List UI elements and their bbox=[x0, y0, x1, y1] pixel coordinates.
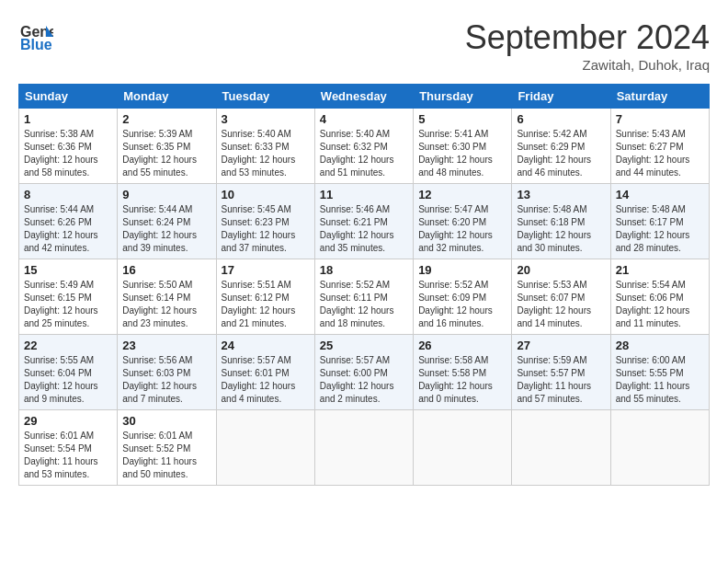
table-row: 26 Sunrise: 5:58 AMSunset: 5:58 PMDaylig… bbox=[414, 335, 512, 410]
table-row: 29 Sunrise: 6:01 AMSunset: 5:54 PMDaylig… bbox=[19, 410, 118, 486]
table-row: 4 Sunrise: 5:40 AMSunset: 6:32 PMDayligh… bbox=[314, 109, 413, 184]
table-row: 3 Sunrise: 5:40 AMSunset: 6:33 PMDayligh… bbox=[216, 109, 314, 184]
day-detail: Sunrise: 5:46 AMSunset: 6:21 PMDaylight:… bbox=[320, 204, 394, 253]
day-detail: Sunrise: 5:55 AMSunset: 6:04 PMDaylight:… bbox=[24, 355, 98, 404]
day-number: 3 bbox=[222, 112, 310, 126]
table-row: 22 Sunrise: 5:55 AMSunset: 6:04 PMDaylig… bbox=[19, 335, 118, 410]
day-number: 12 bbox=[418, 188, 506, 201]
col-monday: Monday bbox=[118, 85, 216, 109]
location: Zawitah, Duhok, Iraq bbox=[465, 57, 710, 73]
header: General Blue September 2024 Zawitah, Duh… bbox=[18, 18, 710, 73]
day-number: 19 bbox=[418, 263, 506, 277]
day-number: 8 bbox=[24, 188, 112, 201]
day-detail: Sunrise: 5:42 AMSunset: 6:29 PMDaylight:… bbox=[517, 129, 591, 178]
col-tuesday: Tuesday bbox=[216, 85, 314, 109]
table-row: 21 Sunrise: 5:54 AMSunset: 6:06 PMDaylig… bbox=[610, 259, 709, 335]
day-detail: Sunrise: 5:52 AMSunset: 6:09 PMDaylight:… bbox=[418, 280, 493, 328]
day-number: 14 bbox=[616, 188, 704, 201]
day-detail: Sunrise: 5:54 AMSunset: 6:06 PMDaylight:… bbox=[616, 280, 690, 328]
table-row: 23 Sunrise: 5:56 AMSunset: 6:03 PMDaylig… bbox=[118, 335, 216, 410]
table-row: 14 Sunrise: 5:48 AMSunset: 6:17 PMDaylig… bbox=[610, 184, 709, 259]
day-number: 21 bbox=[616, 263, 704, 277]
day-number: 17 bbox=[222, 263, 310, 277]
day-number: 9 bbox=[122, 188, 210, 201]
day-detail: Sunrise: 5:53 AMSunset: 6:07 PMDaylight:… bbox=[517, 280, 591, 328]
day-number: 29 bbox=[24, 414, 112, 428]
day-detail: Sunrise: 5:57 AMSunset: 6:00 PMDaylight:… bbox=[320, 355, 394, 404]
col-saturday: Saturday bbox=[610, 85, 709, 109]
day-number: 28 bbox=[616, 339, 704, 352]
table-row: 7 Sunrise: 5:43 AMSunset: 6:27 PMDayligh… bbox=[610, 109, 709, 184]
table-row: 5 Sunrise: 5:41 AMSunset: 6:30 PMDayligh… bbox=[414, 109, 512, 184]
day-number: 20 bbox=[517, 263, 605, 277]
day-number: 15 bbox=[24, 263, 112, 277]
day-detail: Sunrise: 5:59 AMSunset: 5:57 PMDaylight:… bbox=[517, 355, 591, 404]
col-friday: Friday bbox=[512, 85, 610, 109]
day-detail: Sunrise: 5:52 AMSunset: 6:11 PMDaylight:… bbox=[320, 280, 394, 328]
table-row: 27 Sunrise: 5:59 AMSunset: 5:57 PMDaylig… bbox=[512, 335, 610, 410]
day-detail: Sunrise: 5:38 AMSunset: 6:36 PMDaylight:… bbox=[24, 129, 98, 178]
calendar-week-row: 15 Sunrise: 5:49 AMSunset: 6:15 PMDaylig… bbox=[19, 259, 710, 335]
day-detail: Sunrise: 5:47 AMSunset: 6:20 PMDaylight:… bbox=[418, 204, 493, 253]
table-row: 19 Sunrise: 5:52 AMSunset: 6:09 PMDaylig… bbox=[414, 259, 512, 335]
logo-icon: General Blue bbox=[18, 18, 53, 53]
day-detail: Sunrise: 5:43 AMSunset: 6:27 PMDaylight:… bbox=[616, 129, 690, 178]
table-row: 8 Sunrise: 5:44 AMSunset: 6:26 PMDayligh… bbox=[19, 184, 118, 259]
day-number: 16 bbox=[122, 263, 210, 277]
calendar-week-row: 8 Sunrise: 5:44 AMSunset: 6:26 PMDayligh… bbox=[19, 184, 710, 259]
day-number: 6 bbox=[517, 112, 605, 126]
day-number: 26 bbox=[418, 339, 506, 352]
table-row: 9 Sunrise: 5:44 AMSunset: 6:24 PMDayligh… bbox=[118, 184, 216, 259]
table-row: 28 Sunrise: 6:00 AMSunset: 5:55 PMDaylig… bbox=[610, 335, 709, 410]
table-row: 2 Sunrise: 5:39 AMSunset: 6:35 PMDayligh… bbox=[118, 109, 216, 184]
day-number: 18 bbox=[320, 263, 408, 277]
day-detail: Sunrise: 5:48 AMSunset: 6:18 PMDaylight:… bbox=[517, 204, 591, 253]
page: General Blue September 2024 Zawitah, Duh… bbox=[0, 0, 728, 495]
calendar-week-row: 1 Sunrise: 5:38 AMSunset: 6:36 PMDayligh… bbox=[19, 109, 710, 184]
day-detail: Sunrise: 5:57 AMSunset: 6:01 PMDaylight:… bbox=[222, 355, 296, 404]
svg-text:Blue: Blue bbox=[20, 37, 52, 52]
header-row: Sunday Monday Tuesday Wednesday Thursday… bbox=[19, 85, 710, 109]
day-detail: Sunrise: 5:45 AMSunset: 6:23 PMDaylight:… bbox=[222, 204, 296, 253]
day-number: 1 bbox=[24, 112, 112, 126]
calendar-table: Sunday Monday Tuesday Wednesday Thursday… bbox=[18, 84, 710, 486]
logo: General Blue bbox=[18, 18, 53, 53]
day-detail: Sunrise: 5:51 AMSunset: 6:12 PMDaylight:… bbox=[222, 280, 296, 328]
day-detail: Sunrise: 5:39 AMSunset: 6:35 PMDaylight:… bbox=[122, 129, 197, 178]
day-detail: Sunrise: 5:56 AMSunset: 6:03 PMDaylight:… bbox=[122, 355, 197, 404]
table-row: 10 Sunrise: 5:45 AMSunset: 6:23 PMDaylig… bbox=[216, 184, 314, 259]
table-row bbox=[512, 410, 610, 486]
table-row: 18 Sunrise: 5:52 AMSunset: 6:11 PMDaylig… bbox=[314, 259, 413, 335]
table-row: 25 Sunrise: 5:57 AMSunset: 6:00 PMDaylig… bbox=[314, 335, 413, 410]
table-row: 24 Sunrise: 5:57 AMSunset: 6:01 PMDaylig… bbox=[216, 335, 314, 410]
calendar-week-row: 22 Sunrise: 5:55 AMSunset: 6:04 PMDaylig… bbox=[19, 335, 710, 410]
col-wednesday: Wednesday bbox=[314, 85, 413, 109]
day-detail: Sunrise: 5:44 AMSunset: 6:24 PMDaylight:… bbox=[122, 204, 197, 253]
day-number: 25 bbox=[320, 339, 408, 352]
table-row: 17 Sunrise: 5:51 AMSunset: 6:12 PMDaylig… bbox=[216, 259, 314, 335]
day-detail: Sunrise: 5:41 AMSunset: 6:30 PMDaylight:… bbox=[418, 129, 493, 178]
day-detail: Sunrise: 6:01 AMSunset: 5:54 PMDaylight:… bbox=[24, 431, 98, 479]
table-row bbox=[610, 410, 709, 486]
day-detail: Sunrise: 6:01 AMSunset: 5:52 PMDaylight:… bbox=[122, 431, 197, 479]
day-number: 27 bbox=[517, 339, 605, 352]
day-number: 5 bbox=[418, 112, 506, 126]
table-row bbox=[414, 410, 512, 486]
day-number: 4 bbox=[320, 112, 408, 126]
col-sunday: Sunday bbox=[19, 85, 118, 109]
day-number: 22 bbox=[24, 339, 112, 352]
table-row: 15 Sunrise: 5:49 AMSunset: 6:15 PMDaylig… bbox=[19, 259, 118, 335]
table-row: 1 Sunrise: 5:38 AMSunset: 6:36 PMDayligh… bbox=[19, 109, 118, 184]
table-row bbox=[216, 410, 314, 486]
table-row: 30 Sunrise: 6:01 AMSunset: 5:52 PMDaylig… bbox=[118, 410, 216, 486]
day-detail: Sunrise: 5:40 AMSunset: 6:33 PMDaylight:… bbox=[222, 129, 296, 178]
day-detail: Sunrise: 5:48 AMSunset: 6:17 PMDaylight:… bbox=[616, 204, 690, 253]
day-number: 24 bbox=[222, 339, 310, 352]
month-title: September 2024 bbox=[465, 18, 710, 57]
day-number: 2 bbox=[122, 112, 210, 126]
day-number: 10 bbox=[222, 188, 310, 201]
table-row: 6 Sunrise: 5:42 AMSunset: 6:29 PMDayligh… bbox=[512, 109, 610, 184]
table-row: 11 Sunrise: 5:46 AMSunset: 6:21 PMDaylig… bbox=[314, 184, 413, 259]
day-number: 11 bbox=[320, 188, 408, 201]
table-row: 13 Sunrise: 5:48 AMSunset: 6:18 PMDaylig… bbox=[512, 184, 610, 259]
